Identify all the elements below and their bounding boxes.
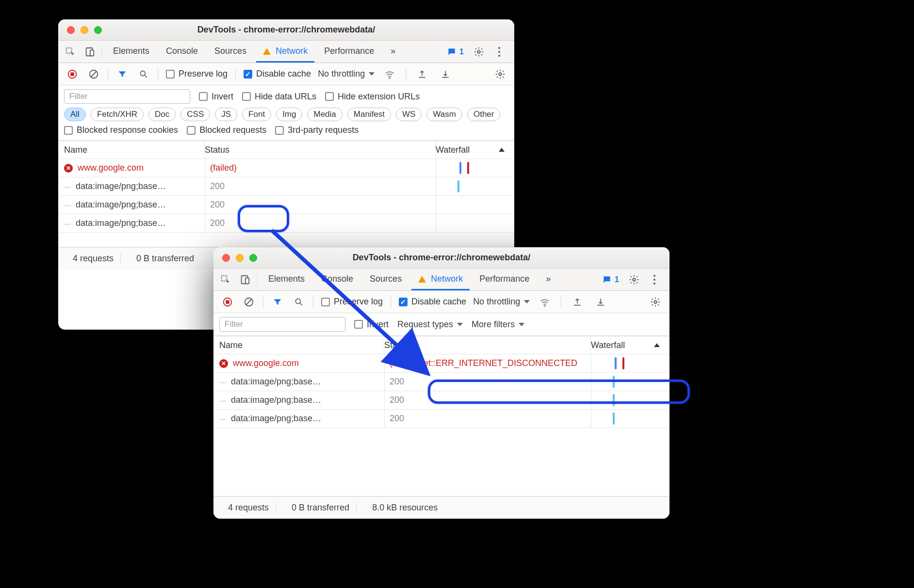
waterfall-bar	[457, 180, 459, 192]
search-icon[interactable]	[135, 66, 152, 82]
request-row[interactable]: —data:image/png;base…200	[58, 196, 514, 214]
export-har-icon[interactable]	[569, 294, 586, 310]
column-name[interactable]: Name	[64, 141, 205, 159]
blocked-cookies-label: Blocked response cookies	[77, 125, 178, 135]
record-button[interactable]	[219, 294, 236, 310]
more-options-icon[interactable]	[491, 44, 507, 60]
more-options-icon[interactable]	[646, 271, 663, 288]
titlebar[interactable]: DevTools - chrome-error://chromewebdata/	[58, 19, 514, 41]
type-pill-font[interactable]: Font	[242, 108, 271, 121]
type-pill-media[interactable]: Media	[307, 108, 342, 121]
request-types-select[interactable]: Request types	[397, 319, 463, 330]
network-settings-icon[interactable]	[492, 66, 508, 82]
blocked-requests-toggle[interactable]: Blocked requests	[187, 125, 266, 135]
tab-network[interactable]: Network	[411, 269, 470, 290]
third-party-toggle[interactable]: 3rd-party requests	[275, 125, 359, 135]
column-waterfall[interactable]: Waterfall	[591, 336, 664, 354]
tabs-overflow[interactable]: »	[384, 41, 402, 63]
network-settings-icon[interactable]	[647, 294, 664, 310]
zoom-window-button[interactable]	[249, 254, 257, 262]
type-pill-js[interactable]: JS	[215, 108, 237, 121]
request-row[interactable]: —data:image/png;base…200	[58, 177, 514, 196]
type-pill-doc[interactable]: Doc	[148, 108, 176, 121]
import-har-icon[interactable]	[592, 294, 609, 310]
filter-input[interactable]	[219, 317, 345, 332]
clear-button[interactable]	[85, 66, 102, 82]
svg-point-13	[633, 278, 636, 281]
tab-performance[interactable]: Performance	[317, 41, 381, 63]
more-filters-select[interactable]: More filters	[472, 319, 524, 330]
toggle-device-toolbar-icon[interactable]	[82, 44, 98, 60]
throttling-select[interactable]: No throttling	[473, 297, 530, 307]
type-pill-img[interactable]: Img	[276, 108, 302, 121]
type-pill-manifest[interactable]: Manifest	[347, 108, 391, 121]
minimize-window-button[interactable]	[236, 254, 244, 262]
third-party-label: 3rd-party requests	[288, 125, 359, 135]
invert-toggle[interactable]: Invert	[199, 92, 233, 102]
filter-toggle-icon[interactable]	[269, 294, 286, 310]
minimize-window-button[interactable]	[81, 26, 88, 34]
tabs-overflow[interactable]: »	[539, 269, 557, 290]
close-window-button[interactable]	[222, 254, 230, 262]
clear-button[interactable]	[241, 294, 257, 310]
preserve-log-toggle[interactable]: Preserve log	[321, 297, 383, 307]
settings-icon[interactable]	[471, 44, 487, 60]
disable-cache-toggle[interactable]: Disable cache	[399, 297, 466, 307]
throttling-select[interactable]: No throttling	[318, 69, 375, 79]
traffic-lights	[213, 254, 257, 262]
request-row[interactable]: www.google.com(failed) net::ERR_INTERNET…	[213, 354, 669, 373]
type-pill-css[interactable]: CSS	[180, 108, 210, 121]
type-pill-all[interactable]: All	[64, 108, 86, 121]
issues-counter[interactable]: 1	[599, 274, 622, 286]
request-row[interactable]: —data:image/png;base…200	[58, 214, 514, 233]
tab-elements[interactable]: Elements	[106, 41, 156, 63]
titlebar[interactable]: DevTools - chrome-error://chromewebdata/	[213, 247, 669, 269]
tab-label: Performance	[479, 274, 529, 284]
tab-performance[interactable]: Performance	[473, 269, 536, 290]
preserve-log-label: Preserve log	[334, 297, 383, 307]
preserve-log-toggle[interactable]: Preserve log	[166, 69, 228, 79]
issues-counter[interactable]: 1	[444, 46, 467, 58]
tab-console[interactable]: Console	[159, 41, 205, 63]
network-conditions-icon[interactable]	[381, 66, 398, 82]
blocked-cookies-toggle[interactable]: Blocked response cookies	[64, 125, 178, 135]
hide-data-urls-toggle[interactable]: Hide data URLs	[242, 92, 316, 102]
toggle-device-toolbar-icon[interactable]	[237, 271, 253, 288]
svg-point-18	[544, 305, 545, 306]
type-pill-other[interactable]: Other	[467, 108, 501, 121]
column-status[interactable]: Status	[384, 336, 591, 354]
inspect-element-icon[interactable]	[62, 44, 79, 60]
network-conditions-icon[interactable]	[537, 294, 553, 310]
import-har-icon[interactable]	[437, 66, 454, 82]
blocked-requests-label: Blocked requests	[199, 125, 266, 135]
request-row[interactable]: —data:image/png;base…200	[213, 391, 669, 410]
export-har-icon[interactable]	[414, 66, 430, 82]
tab-elements[interactable]: Elements	[261, 269, 311, 290]
tab-sources[interactable]: Sources	[208, 41, 253, 63]
type-pill-wasm[interactable]: Wasm	[426, 108, 462, 121]
type-pill-fetchxhr[interactable]: Fetch/XHR	[91, 108, 144, 121]
inspect-element-icon[interactable]	[217, 271, 234, 288]
request-row[interactable]: www.google.com(failed)	[58, 159, 514, 177]
column-status[interactable]: Status	[205, 141, 436, 159]
request-row[interactable]: —data:image/png;base…200	[213, 373, 669, 391]
record-button[interactable]	[64, 66, 81, 82]
column-waterfall[interactable]: Waterfall	[436, 141, 508, 159]
tab-console[interactable]: Console	[314, 269, 360, 290]
invert-toggle[interactable]: Invert	[354, 319, 389, 330]
settings-icon[interactable]	[626, 271, 642, 288]
close-window-button[interactable]	[67, 26, 75, 34]
hide-extension-urls-toggle[interactable]: Hide extension URLs	[325, 92, 420, 102]
disable-cache-toggle[interactable]: Disable cache	[244, 69, 311, 79]
hide-extension-urls-label: Hide extension URLs	[338, 92, 420, 102]
request-row[interactable]: —data:image/png;base…200	[213, 410, 669, 428]
search-icon[interactable]	[291, 294, 307, 310]
filter-toggle-icon[interactable]	[114, 66, 131, 82]
zoom-window-button[interactable]	[94, 26, 102, 34]
tab-network[interactable]: Network	[256, 41, 314, 63]
filter-input[interactable]	[64, 89, 190, 104]
svg-rect-12	[245, 278, 249, 284]
tab-sources[interactable]: Sources	[363, 269, 408, 290]
column-name[interactable]: Name	[219, 336, 384, 354]
type-pill-ws[interactable]: WS	[396, 108, 422, 121]
